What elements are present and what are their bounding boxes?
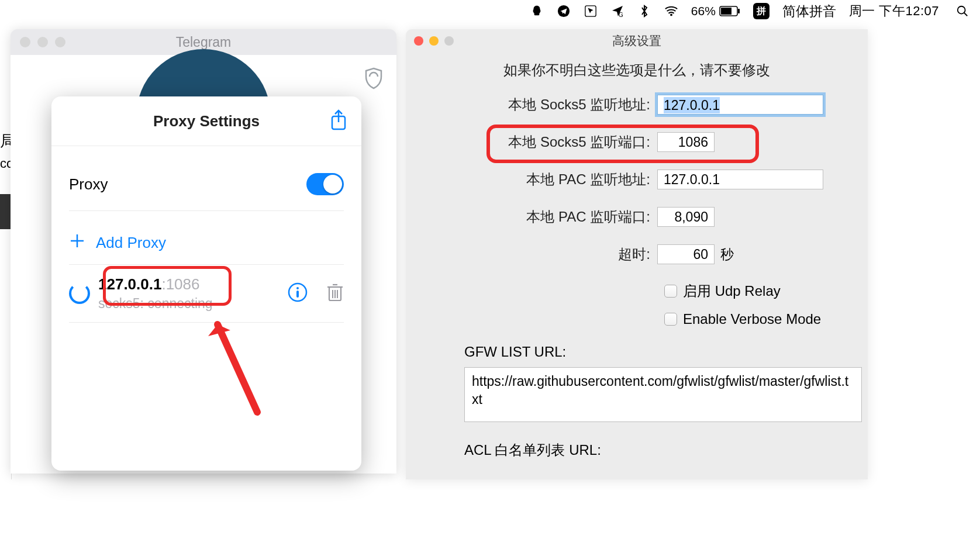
- pac-addr-label: 本地 PAC 监听地址:: [423, 170, 657, 189]
- share-button[interactable]: [330, 109, 347, 134]
- socks5-addr-row: 本地 Socks5 监听地址: 127.0.0.1: [423, 95, 850, 115]
- proxy-toggle[interactable]: [306, 173, 344, 195]
- verbose-checkbox[interactable]: [664, 313, 677, 326]
- delete-button[interactable]: [326, 282, 344, 305]
- connecting-spinner-icon: [69, 283, 90, 304]
- udp-relay-checkbox[interactable]: [664, 285, 677, 298]
- warning-text: 如果你不明白这些选项是什么，请不要修改: [423, 61, 850, 80]
- sheet-header: Proxy Settings: [51, 96, 361, 146]
- svg-rect-15: [296, 291, 299, 298]
- bg-text-2: co: [0, 156, 11, 171]
- ime-indicator-icon[interactable]: 拼: [753, 3, 769, 19]
- udp-relay-label: 启用 Udp Relay: [683, 282, 781, 300]
- clock[interactable]: 周一 下午12:07: [849, 2, 939, 20]
- svg-point-3: [670, 14, 672, 16]
- timeout-row: 超时: 秒: [423, 244, 850, 264]
- svg-point-14: [296, 287, 299, 289]
- advanced-settings-window: 高级设置 如果你不明白这些选项是什么，请不要修改 本地 Socks5 监听地址:…: [406, 29, 868, 479]
- gfw-url-input[interactable]: [464, 367, 862, 422]
- svg-point-7: [958, 6, 965, 14]
- svg-text:G: G: [619, 12, 623, 18]
- location-icon[interactable]: G: [610, 4, 624, 18]
- background-list-fragment: 局 co: [0, 129, 12, 479]
- socks5-port-row: 本地 Socks5 监听端口:: [423, 132, 850, 152]
- telegram-title: Telegram: [11, 34, 396, 50]
- macos-menubar: G 66% 拼 简体拼音 周一 下午12:07: [337, 0, 980, 22]
- battery-percent: 66%: [691, 4, 716, 18]
- wifi-icon[interactable]: [664, 4, 678, 18]
- proxy-label: Proxy: [69, 175, 108, 194]
- pac-port-label: 本地 PAC 监听端口:: [423, 208, 657, 226]
- qq-icon[interactable]: [530, 4, 544, 18]
- socks5-addr-label: 本地 Socks5 监听地址:: [423, 95, 657, 114]
- timeout-unit: 秒: [720, 246, 734, 264]
- socks5-port-label: 本地 Socks5 监听端口:: [423, 133, 657, 151]
- svg-rect-6: [738, 9, 740, 13]
- bluetooth-icon[interactable]: [637, 4, 651, 18]
- sheet-title: Proxy Settings: [153, 112, 260, 130]
- ime-label[interactable]: 简体拼音: [782, 2, 836, 20]
- proxy-toggle-row: Proxy: [69, 159, 344, 211]
- pac-port-row: 本地 PAC 监听端口:: [423, 207, 850, 227]
- spotlight-icon[interactable]: [955, 4, 969, 18]
- verbose-row[interactable]: Enable Verbose Mode: [423, 311, 850, 327]
- udp-relay-row[interactable]: 启用 Udp Relay: [423, 282, 850, 300]
- adv-titlebar[interactable]: 高级设置: [406, 29, 868, 53]
- plus-icon: [69, 232, 85, 254]
- gfw-url-label: GFW LIST URL:: [464, 344, 850, 360]
- shield-icon[interactable]: [364, 67, 384, 92]
- proxy-status: socks5: connecting: [98, 296, 279, 312]
- timeout-input[interactable]: [657, 244, 715, 264]
- svg-line-8: [964, 13, 968, 16]
- telegram-menubar-icon[interactable]: [557, 4, 571, 18]
- proxy-entry[interactable]: 127.0.0.1:1086 socks5: connecting: [69, 265, 344, 323]
- pac-addr-row: 本地 PAC 监听地址:: [423, 170, 850, 189]
- pac-port-input[interactable]: [657, 207, 715, 227]
- add-proxy-label: Add Proxy: [96, 234, 166, 252]
- info-button[interactable]: [288, 282, 308, 305]
- battery-indicator[interactable]: 66%: [691, 4, 740, 18]
- socks5-addr-input[interactable]: 127.0.0.1: [657, 95, 823, 115]
- pac-addr-input[interactable]: [657, 170, 823, 189]
- acl-url-label: ACL 白名单列表 URL:: [464, 441, 850, 459]
- proxy-settings-sheet: Proxy Settings Proxy Add Proxy 127.0.0.1…: [51, 96, 361, 471]
- proxy-address: 127.0.0.1:1086: [98, 275, 279, 293]
- verbose-label: Enable Verbose Mode: [683, 311, 821, 327]
- cursor-icon[interactable]: [584, 4, 598, 18]
- socks5-port-input[interactable]: [657, 132, 715, 152]
- timeout-label: 超时:: [423, 245, 657, 264]
- adv-title: 高级设置: [406, 33, 868, 49]
- svg-rect-5: [721, 8, 731, 15]
- bg-text-1: 局: [0, 129, 11, 151]
- add-proxy-row[interactable]: Add Proxy: [69, 211, 344, 265]
